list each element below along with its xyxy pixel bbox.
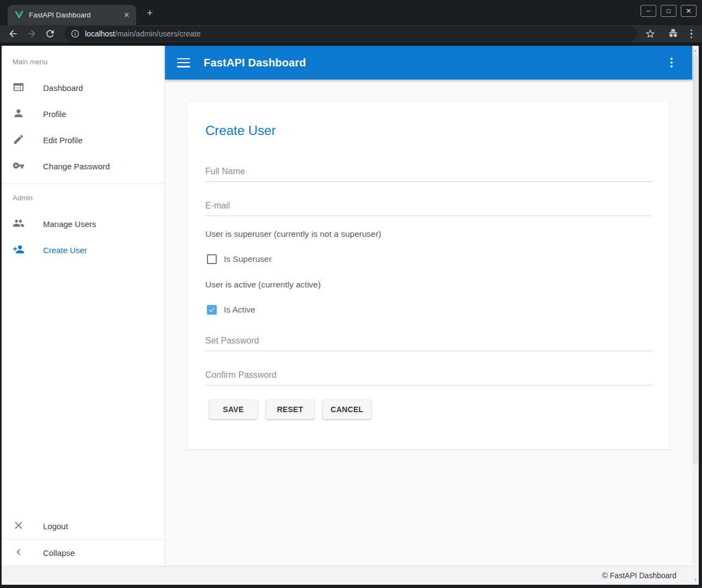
checkmark-icon (208, 306, 216, 314)
set-password-field-wrap (205, 336, 652, 351)
appbar-menu-icon[interactable] (670, 58, 673, 68)
active-hint: User is active (currently active) (205, 280, 652, 290)
sidebar-section-admin: Admin (2, 184, 164, 203)
checkbox-label: Is Superuser (224, 254, 272, 264)
sidebar-bottom: Logout Collapse (2, 513, 164, 566)
sidebar-item-label: Edit Profile (43, 136, 83, 145)
browser-tab[interactable]: FastAPI Dashboard ✕ (8, 5, 136, 25)
confirm-password-input[interactable] (205, 370, 652, 385)
group-icon (13, 217, 26, 230)
close-button[interactable]: ✕ (681, 5, 697, 17)
form-buttons: SAVE RESET CANCEL (209, 400, 652, 419)
email-field-wrap (205, 201, 652, 216)
key-icon (13, 160, 26, 173)
incognito-icon (668, 28, 679, 39)
tab-close-icon[interactable]: ✕ (124, 11, 130, 19)
chevron-left-icon (13, 546, 26, 559)
save-button[interactable]: SAVE (209, 400, 258, 419)
sidebar-item-label: Collapse (43, 548, 75, 558)
forward-icon[interactable] (26, 28, 37, 39)
sidebar-admin-list: Manage Users Create User (2, 211, 164, 263)
is-active-checkbox-row[interactable]: Is Active (205, 304, 652, 315)
sidebar-item-manage-users[interactable]: Manage Users (2, 211, 164, 237)
sidebar-item-label: Logout (43, 522, 68, 531)
full-name-field-wrap (205, 167, 652, 182)
page-title: Create User (205, 123, 652, 138)
url-bar[interactable]: localhost/main/admin/users/create (64, 26, 637, 41)
sidebar-item-change-password[interactable]: Change Password (2, 153, 164, 179)
person-icon (13, 107, 26, 120)
sidebar-item-label: Profile (43, 109, 66, 119)
window-controls: – □ ✕ (640, 5, 697, 17)
email-input[interactable] (205, 201, 652, 216)
is-superuser-checkbox-row[interactable]: Is Superuser (205, 254, 652, 265)
sidebar-item-logout[interactable]: Logout (2, 513, 164, 539)
back-icon[interactable] (8, 28, 19, 39)
sidebar-item-label: Manage Users (43, 219, 96, 229)
browser-titlebar: FastAPI Dashboard ✕ + – □ ✕ (0, 0, 702, 25)
pencil-icon (13, 133, 26, 146)
vue-favicon-icon (15, 11, 23, 19)
sidebar-section-main-menu: Main menu (2, 46, 164, 65)
site-info-icon[interactable] (71, 29, 80, 38)
app-title: FastAPI Dashboard (204, 57, 306, 69)
full-name-input[interactable] (205, 167, 652, 181)
toolbar-right (645, 28, 693, 39)
sidebar-item-edit-profile[interactable]: Edit Profile (2, 127, 164, 153)
sidebar: Main menu Dashboard Profile (2, 46, 165, 566)
page-footer: © FastAPI Dashboard (2, 566, 692, 585)
scrollbar-thumb[interactable] (693, 54, 698, 464)
superuser-hint: User is superuser (currently is not a su… (205, 229, 652, 240)
sidebar-main-list: Dashboard Profile Edit Profile (2, 75, 164, 179)
tab-title: FastAPI Dashboard (29, 11, 120, 19)
is-superuser-checkbox[interactable] (207, 254, 217, 264)
reset-button[interactable]: RESET (266, 400, 314, 419)
page: Main menu Dashboard Profile (2, 46, 699, 585)
minimize-button[interactable]: – (640, 5, 656, 17)
cancel-button[interactable]: CANCEL (322, 400, 371, 419)
is-active-checkbox[interactable] (207, 305, 217, 315)
sidebar-item-dashboard[interactable]: Dashboard (2, 75, 164, 101)
bookmark-star-icon[interactable] (645, 28, 656, 39)
maximize-button[interactable]: □ (661, 5, 676, 17)
browser-menu-icon[interactable] (691, 29, 693, 39)
scroll-down-icon[interactable]: ▼ (692, 576, 699, 584)
browser-toolbar: localhost/main/admin/users/create (0, 25, 702, 42)
sidebar-item-label: Create User (43, 246, 87, 255)
scroll-up-icon[interactable]: ▲ (692, 47, 699, 54)
new-tab-button[interactable]: + (143, 6, 157, 20)
set-password-input[interactable] (205, 336, 652, 351)
confirm-password-field-wrap (205, 370, 652, 385)
close-x-icon (13, 519, 26, 532)
reload-icon[interactable] (45, 28, 56, 39)
hamburger-menu-icon[interactable] (177, 58, 190, 68)
checkbox-label: Is Active (224, 305, 255, 315)
page-scrollbar[interactable]: ▲ ▼ (692, 46, 699, 585)
url-path: /main/admin/users/create (115, 29, 200, 38)
sidebar-item-label: Dashboard (43, 83, 83, 93)
sidebar-item-profile[interactable]: Profile (2, 101, 164, 127)
person-add-icon (13, 243, 26, 256)
url-text: localhost/main/admin/users/create (85, 29, 200, 38)
dashboard-icon (13, 81, 26, 94)
sidebar-item-label: Change Password (43, 162, 110, 171)
app-bar: FastAPI Dashboard (165, 46, 692, 79)
sidebar-item-collapse[interactable]: Collapse (2, 540, 164, 566)
browser-window: FastAPI Dashboard ✕ + – □ ✕ localhost/ma… (0, 0, 702, 588)
create-user-card: Create User User is superuser (currently… (187, 101, 670, 450)
sidebar-item-create-user[interactable]: Create User (2, 237, 164, 263)
url-host: localhost (85, 29, 115, 38)
